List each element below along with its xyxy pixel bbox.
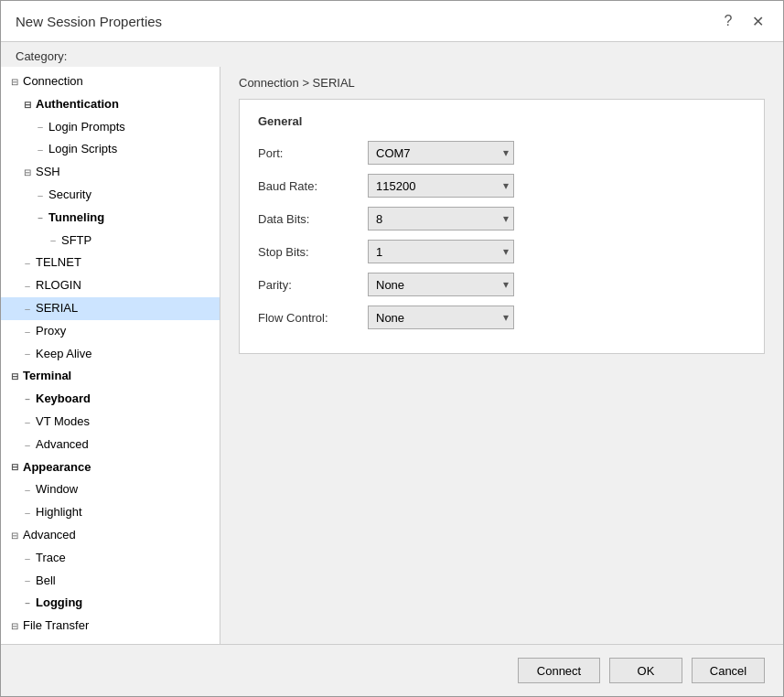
sidebar-item-rlogin[interactable]: –RLOGIN (1, 274, 220, 297)
connect-button[interactable]: Connect (518, 658, 600, 683)
sidebar-item-label-bell: Bell (36, 572, 56, 591)
sidebar-item-login-prompts[interactable]: –Login Prompts (1, 116, 220, 139)
title-bar: New Session Properties ? ✕ (1, 1, 783, 42)
sidebar-item-label-file-transfer: File Transfer (23, 617, 89, 636)
sidebar-item-vt-modes[interactable]: –VT Modes (1, 411, 220, 434)
sidebar-item-xymodem[interactable]: –X/YMODEM (1, 638, 220, 644)
sidebar-item-label-tunneling: Tunneling (48, 209, 104, 228)
form-row-flow-control: Flow Control:NoneXON/XOFFRTS/CTSDSR/DTR (258, 306, 746, 329)
ok-button[interactable]: OK (609, 658, 682, 683)
sidebar-item-tunneling[interactable]: –Tunneling (1, 207, 220, 230)
sidebar-item-advanced2[interactable]: ⊟Advanced (1, 524, 220, 547)
select-stop-bits[interactable]: 11.52 (368, 240, 514, 263)
sidebar-item-label-trace: Trace (36, 549, 66, 568)
select-parity[interactable]: NoneOddEvenMarkSpace (368, 273, 514, 296)
category-label: Category: (1, 42, 783, 67)
sidebar-item-label-window: Window (36, 480, 78, 499)
title-bar-buttons: ? ✕ (717, 10, 768, 32)
expand-icon: ⊟ (8, 370, 21, 383)
sidebar-item-label-login-prompts: Login Prompts (48, 118, 125, 137)
sidebar-item-connection[interactable]: ⊟Connection (1, 70, 220, 93)
sidebar-item-label-ssh: SSH (36, 163, 60, 182)
leaf-icon: – (21, 417, 34, 427)
leaf-icon: – (34, 190, 47, 200)
select-wrapper-port: COM1COM2COM3COM4COM5COM6COM7COM8 (368, 141, 514, 165)
leaf-icon: – (21, 258, 34, 268)
sidebar-item-appearance[interactable]: ⊟Appearance (1, 456, 220, 479)
leaf-icon: – (21, 485, 34, 495)
field-label-port: Port: (258, 146, 368, 160)
sidebar-item-ssh[interactable]: ⊟SSH (1, 161, 220, 184)
select-wrapper-baud-rate: 9600192003840057600115200 (368, 174, 514, 198)
sidebar: ⊟Connection⊟Authentication–Login Prompts… (1, 67, 220, 644)
select-wrapper-data-bits: 5678 (368, 207, 514, 231)
leaf-icon: – (47, 235, 59, 245)
field-label-parity: Parity: (258, 278, 368, 292)
sidebar-item-terminal[interactable]: ⊟Terminal (1, 365, 220, 388)
sidebar-item-label-keep-alive: Keep Alive (36, 345, 91, 364)
sidebar-item-label-highlight: Highlight (36, 503, 82, 522)
sidebar-item-keep-alive[interactable]: –Keep Alive (1, 343, 220, 366)
field-label-flow-control: Flow Control: (258, 311, 368, 325)
sidebar-item-sftp[interactable]: –SFTP (1, 230, 220, 252)
sidebar-item-file-transfer[interactable]: ⊟File Transfer (1, 615, 220, 638)
expand-icon: ⊟ (21, 98, 34, 111)
sidebar-item-proxy[interactable]: –Proxy (1, 320, 220, 343)
sidebar-item-window[interactable]: –Window (1, 478, 220, 501)
leaf-icon: – (21, 553, 34, 563)
leaf-icon: – (34, 145, 47, 155)
sidebar-item-keyboard[interactable]: –Keyboard (1, 388, 220, 411)
sidebar-item-label-authentication: Authentication (36, 95, 119, 114)
bottom-bar: Connect OK Cancel (1, 644, 783, 696)
leaf-icon: – (21, 304, 34, 314)
sidebar-item-authentication[interactable]: ⊟Authentication (1, 93, 220, 116)
general-section: General Port:COM1COM2COM3COM4COM5COM6COM… (239, 99, 765, 354)
form-row-port: Port:COM1COM2COM3COM4COM5COM6COM7COM8 (258, 141, 746, 165)
leaf-icon: – (21, 575, 34, 585)
field-label-baud-rate: Baud Rate: (258, 179, 368, 193)
select-baud-rate[interactable]: 9600192003840057600115200 (368, 174, 514, 198)
dialog: New Session Properties ? ✕ Category: ⊟Co… (0, 0, 784, 697)
sidebar-item-bell[interactable]: –Bell (1, 570, 220, 593)
sidebar-item-label-advanced2: Advanced (23, 526, 76, 545)
expand-icon: ⊟ (8, 75, 21, 88)
form-row-baud-rate: Baud Rate:9600192003840057600115200 (258, 174, 746, 198)
expand-icon: ⊟ (8, 461, 21, 474)
leaf-icon: – (21, 598, 34, 608)
sidebar-item-label-keyboard: Keyboard (36, 390, 91, 409)
sidebar-item-serial[interactable]: –SERIAL (1, 297, 220, 320)
leaf-icon: – (21, 327, 34, 337)
sidebar-item-trace[interactable]: –Trace (1, 547, 220, 570)
main-panel: Connection > SERIAL General Port:COM1COM… (220, 67, 783, 644)
sidebar-item-label-security: Security (48, 186, 91, 205)
select-flow-control[interactable]: NoneXON/XOFFRTS/CTSDSR/DTR (368, 306, 514, 329)
expand-icon: ⊟ (8, 620, 21, 633)
close-button[interactable]: ✕ (746, 10, 768, 32)
sidebar-item-highlight[interactable]: –Highlight (1, 501, 220, 524)
sidebar-item-label-telnet: TELNET (36, 253, 81, 273)
sidebar-item-label-sftp: SFTP (61, 231, 91, 251)
sidebar-item-advanced[interactable]: –Advanced (1, 434, 220, 456)
select-wrapper-parity: NoneOddEvenMarkSpace (368, 273, 514, 296)
content-area: ⊟Connection⊟Authentication–Login Prompts… (1, 67, 783, 644)
leaf-icon: – (21, 394, 34, 404)
help-button[interactable]: ? (717, 10, 739, 32)
sidebar-item-login-scripts[interactable]: –Login Scripts (1, 138, 220, 161)
sidebar-item-label-serial: SERIAL (36, 299, 78, 318)
select-data-bits[interactable]: 5678 (368, 207, 514, 231)
field-label-data-bits: Data Bits: (258, 212, 368, 226)
select-port[interactable]: COM1COM2COM3COM4COM5COM6COM7COM8 (368, 141, 514, 165)
breadcrumb: Connection > SERIAL (220, 67, 783, 99)
cancel-button[interactable]: Cancel (692, 658, 765, 683)
sidebar-item-logging[interactable]: –Logging (1, 592, 220, 615)
sidebar-item-label-appearance: Appearance (23, 458, 91, 477)
sidebar-item-label-advanced: Advanced (36, 435, 89, 455)
leaf-icon: – (21, 281, 34, 291)
leaf-icon: – (34, 213, 47, 223)
dialog-title: New Session Properties (16, 14, 162, 29)
leaf-icon: – (21, 508, 34, 518)
sidebar-item-security[interactable]: –Security (1, 184, 220, 207)
sidebar-item-telnet[interactable]: –TELNET (1, 252, 220, 274)
field-label-stop-bits: Stop Bits: (258, 245, 368, 259)
sidebar-item-label-logging: Logging (36, 594, 82, 613)
